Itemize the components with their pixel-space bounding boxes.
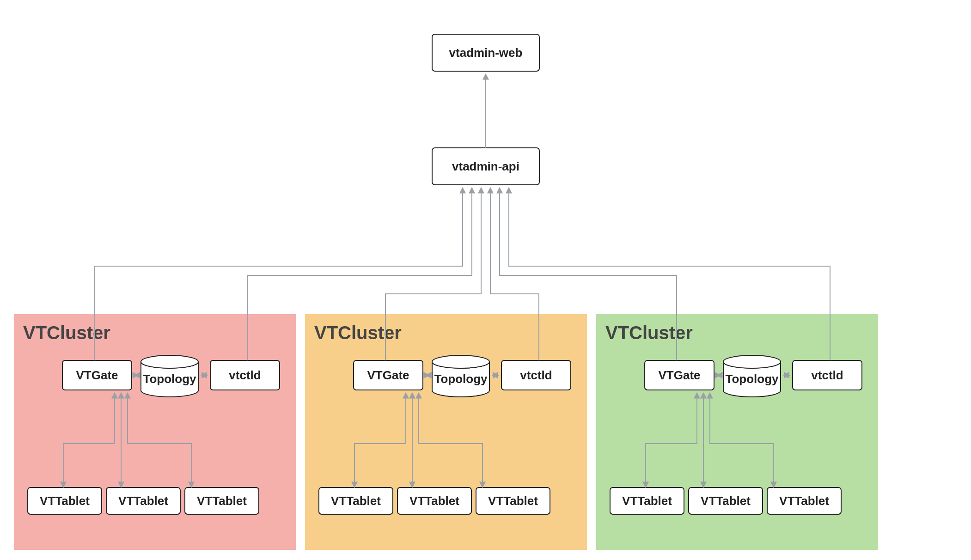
cluster-1-tablet-0: VTTablet xyxy=(319,487,393,514)
cluster-0-topology-label: Topology xyxy=(143,372,196,386)
cluster-1-vtgate-label: VTGate xyxy=(367,368,409,382)
cluster-0-vtctld-label: vtctld xyxy=(229,368,261,382)
cluster-0-topology: Topology xyxy=(141,355,198,397)
cluster-2-tablet-2: VTTablet xyxy=(767,487,841,514)
cluster-title-2: VTCluster xyxy=(605,323,693,343)
cluster-2-vtctld-label: vtctld xyxy=(811,368,843,382)
cluster-0-vtgate: VTGate xyxy=(62,360,132,390)
cluster-title-1: VTCluster xyxy=(314,323,402,343)
cluster-2-tablet-2-label: VTTablet xyxy=(779,494,829,508)
cluster-1-topology: Topology xyxy=(432,355,489,397)
cluster-2-tablet-1-label: VTTablet xyxy=(701,494,751,508)
cluster-0-tablet-0: VTTablet xyxy=(28,487,102,514)
cluster-title-0: VTCluster xyxy=(23,323,110,343)
cluster-0-tablet-2: VTTablet xyxy=(185,487,259,514)
cluster-2-vtgate-label: VTGate xyxy=(658,368,700,382)
architecture-diagram: vtadmin-web vtadmin-api VTCluster VTClus… xyxy=(0,0,971,560)
cluster-0-vtctld: vtctld xyxy=(210,360,280,390)
svg-point-3 xyxy=(141,355,198,368)
cluster-1-topology-label: Topology xyxy=(434,372,488,386)
cluster-1-tablet-1-label: VTTablet xyxy=(409,494,459,508)
cluster-1-tablet-0-label: VTTablet xyxy=(331,494,381,508)
cluster-2-topology: Topology xyxy=(723,355,781,397)
cluster-2-vtctld: vtctld xyxy=(793,360,862,390)
vtadmin-api-label: vtadmin-api xyxy=(452,159,519,173)
cluster-1-tablet-2: VTTablet xyxy=(476,487,550,514)
svg-point-9 xyxy=(432,355,489,368)
cluster-0-tablet-1-label: VTTablet xyxy=(118,494,168,508)
cluster-2-vtgate: VTGate xyxy=(645,360,714,390)
cluster-2-tablet-0: VTTablet xyxy=(610,487,684,514)
cluster-2-tablet-0-label: VTTablet xyxy=(622,494,672,508)
vtadmin-web-label: vtadmin-web xyxy=(449,46,523,60)
cluster-1-vtctld-label: vtctld xyxy=(520,368,552,382)
cluster-2-tablet-1: VTTablet xyxy=(689,487,763,514)
cluster-1-tablet-1: VTTablet xyxy=(397,487,471,514)
vtadmin-web-node: vtadmin-web xyxy=(432,34,539,71)
cluster-0-tablet-0-label: VTTablet xyxy=(40,494,90,508)
cluster-0-tablet-1: VTTablet xyxy=(106,487,180,514)
cluster-2-topology-label: Topology xyxy=(725,372,779,386)
cluster-1-tablet-2-label: VTTablet xyxy=(488,494,538,508)
cluster-0-vtgate-label: VTGate xyxy=(76,368,118,382)
cluster-1-vtctld: vtctld xyxy=(501,360,571,390)
cluster-1-vtgate: VTGate xyxy=(354,360,423,390)
vtadmin-api-node: vtadmin-api xyxy=(432,148,539,185)
cluster-0-tablet-2-label: VTTablet xyxy=(197,494,247,508)
svg-point-15 xyxy=(723,355,781,368)
